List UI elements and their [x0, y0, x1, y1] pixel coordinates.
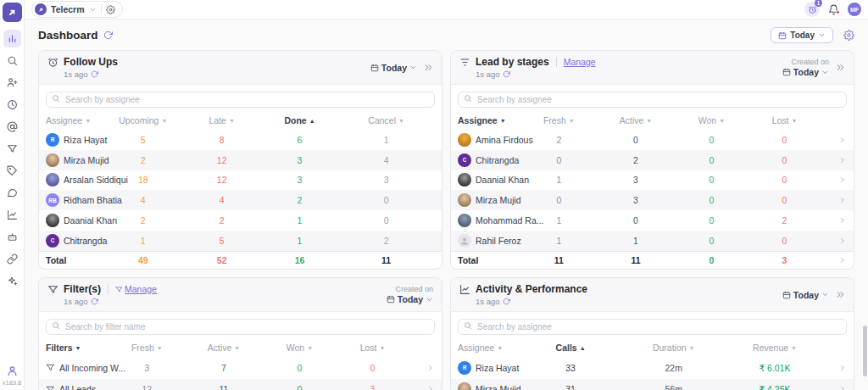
follow_ups-date-filter[interactable]: Today [370, 63, 417, 73]
table-header: Assignee▼Upcoming▼Late▼Done▲Cancel▼ [39, 111, 442, 130]
column-header-filters[interactable]: Filters▼ [46, 343, 108, 353]
sidebar-item-bot[interactable] [3, 228, 21, 246]
column-header-lost[interactable]: Lost▼ [337, 343, 408, 353]
avatar: RB [46, 193, 59, 207]
column-header-duration[interactable]: Duration▼ [614, 343, 734, 353]
lead_by_stages-search-input[interactable] [458, 92, 847, 108]
workspace-settings-icon[interactable] [106, 5, 115, 14]
column-header-assignee[interactable]: Assignee▼ [46, 115, 104, 125]
chevron-right-icon[interactable] [838, 176, 847, 184]
panel-title: Filter(s) [64, 283, 101, 295]
column-header-revenue[interactable]: Revenue▼ [734, 343, 815, 353]
column-header-fresh[interactable]: Fresh▼ [520, 115, 598, 125]
table-row[interactable]: CChitrangda0200 [451, 150, 854, 170]
column-header-fresh[interactable]: Fresh▼ [108, 343, 186, 353]
table-row: Mirza Mujid21234 [39, 150, 442, 170]
filters-refresh-button[interactable] [91, 298, 98, 305]
chevron-right-icon[interactable] [838, 196, 847, 204]
cell-upcoming: 2 [104, 215, 182, 226]
sidebar-item-dashboard[interactable] [3, 30, 21, 47]
activity-search-input[interactable] [458, 319, 847, 335]
filters-search-input[interactable] [46, 319, 435, 335]
support-button[interactable] [6, 363, 19, 378]
column-header-late[interactable]: Late▼ [182, 115, 262, 125]
table-row[interactable]: Mohammad Ra...1002 [451, 210, 854, 231]
table-header: Assignee▼Calls▲Duration▼Revenue▼ [451, 338, 854, 357]
sort-arrow-icon: ▼ [689, 345, 695, 351]
table-row[interactable]: Daanial Khan1300 [451, 170, 854, 191]
table-row[interactable]: Rahil Feroz1100 [451, 231, 854, 251]
support-agent-icon [6, 365, 19, 377]
lead_by_stages-manage-link[interactable]: Manage [564, 57, 596, 67]
activity-refresh-button[interactable] [503, 298, 510, 305]
follow_ups-expand-button[interactable] [424, 63, 433, 72]
lead_by_stages-expand-button[interactable] [836, 63, 845, 72]
column-header-active[interactable]: Active▼ [186, 343, 262, 353]
chevron-right-icon[interactable] [426, 364, 435, 372]
table-row[interactable]: Mirza Mujid3156m₹ 4.25K [451, 379, 854, 390]
chevron-right-icon[interactable] [838, 216, 847, 225]
calendar-icon [778, 31, 787, 40]
column-header-won[interactable]: Won▼ [262, 343, 338, 353]
sidebar-item-ai-assistant[interactable] [3, 272, 21, 290]
follow_ups-search-input[interactable] [46, 92, 435, 108]
sidebar-item-add-user[interactable] [3, 74, 21, 92]
column-header-calls[interactable]: Calls▲ [528, 343, 614, 353]
page-date-filter[interactable]: Today [771, 27, 833, 43]
app-logo[interactable] [3, 3, 22, 22]
cell-lost: 0 [749, 175, 820, 185]
column-header-cancel[interactable]: Cancel▼ [337, 115, 435, 125]
avatar [458, 133, 471, 147]
filters-date-filter[interactable]: Today [387, 294, 433, 304]
sidebar-item-filter[interactable] [3, 140, 21, 158]
follow_ups-refresh-button[interactable] [91, 70, 98, 78]
page-refresh-button[interactable] [103, 31, 113, 40]
chevron-right-icon[interactable] [838, 156, 847, 164]
cell-lost: 0 [749, 135, 820, 145]
table-row[interactable]: All Leads121103 [39, 379, 442, 390]
chevron-right-icon[interactable] [838, 136, 847, 144]
table-row[interactable]: Amina Firdous2000 [451, 130, 854, 150]
notifications-button[interactable] [828, 4, 839, 15]
column-header-lost[interactable]: Lost▼ [749, 115, 820, 125]
activity-date-filter[interactable]: Today [782, 290, 829, 300]
chevron-right-icon[interactable] [838, 385, 847, 390]
activity-expand-button[interactable] [836, 290, 845, 299]
lead_by_stages-date-filter[interactable]: Today [782, 67, 829, 77]
sidebar-item-tag[interactable] [3, 162, 21, 180]
table-row[interactable]: All Incoming W...3700 [39, 357, 442, 379]
sidebar-item-whatsapp[interactable] [3, 184, 21, 202]
filters-manage-link[interactable]: Manage [115, 284, 157, 294]
main-content: Dashboard Today Follow Ups1s agoTodayAss… [25, 20, 868, 390]
workspace-name: Telecrm [51, 4, 85, 14]
table-row[interactable]: RRiza Hayat3322m₹ 6.01K [451, 357, 854, 379]
user-avatar[interactable]: MF [848, 3, 861, 16]
reminders-button[interactable]: 1 [804, 2, 820, 17]
column-header-upcoming[interactable]: Upcoming▼ [104, 115, 182, 125]
chevron-right-icon[interactable] [838, 256, 847, 265]
sidebar-item-mentions[interactable] [3, 118, 21, 136]
column-header-active[interactable]: Active▼ [598, 115, 674, 125]
cell-cancel: 2 [337, 236, 435, 246]
column-header-assignee[interactable]: Assignee▼ [458, 343, 528, 353]
cell-done: 3 [262, 175, 338, 185]
column-header-assignee[interactable]: Assignee▼ [458, 115, 520, 125]
column-header-done[interactable]: Done▲ [262, 115, 338, 125]
workspace-switcher[interactable]: Telecrm [31, 1, 123, 18]
dashboard-settings-button[interactable] [843, 30, 854, 41]
sidebar-item-integrations[interactable] [3, 250, 21, 268]
table-header: Assignee▼Fresh▼Active▼Won▼Lost▼ [451, 111, 854, 130]
sidebar-item-recent[interactable] [3, 96, 21, 114]
total-fresh: 11 [520, 255, 598, 265]
chevron-right-icon[interactable] [838, 237, 847, 245]
page-scrollbar[interactable] [863, 326, 867, 376]
sidebar-item-search[interactable] [3, 52, 21, 70]
sidebar-item-analytics[interactable] [3, 206, 21, 224]
table-row[interactable]: Mirza Mujid0300 [451, 190, 854, 210]
lead_by_stages-refresh-button[interactable] [503, 70, 510, 78]
column-header-won[interactable]: Won▼ [674, 115, 750, 125]
cell-upcoming: 5 [104, 135, 182, 145]
alarm-icon [47, 57, 58, 68]
chevron-right-icon[interactable] [838, 364, 847, 372]
chevron-right-icon[interactable] [426, 385, 435, 390]
